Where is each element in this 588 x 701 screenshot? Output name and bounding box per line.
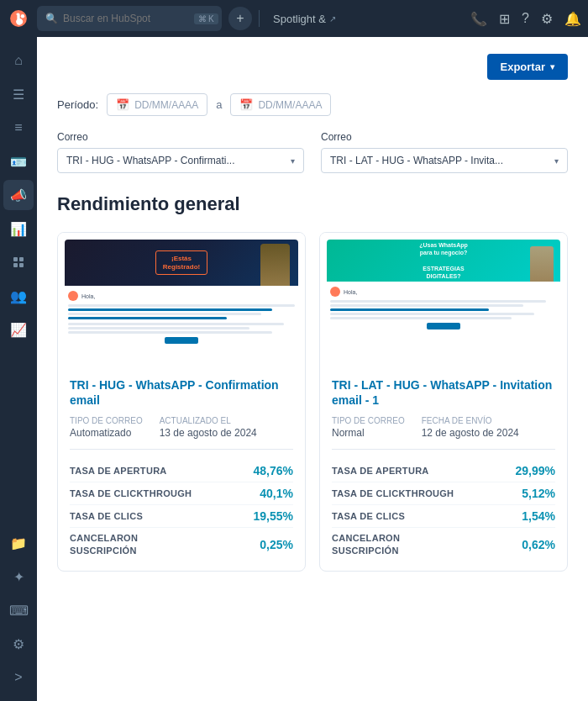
correo-group-1: Correo TRI - HUG - WhatsAPP - Confirmati…	[57, 131, 304, 173]
apps-icon[interactable]: ⊞	[499, 11, 510, 27]
svg-rect-2	[13, 257, 18, 261]
sidebar-item-sparkle[interactable]: ✦	[3, 561, 34, 592]
nav-divider	[259, 10, 260, 27]
sidebar-item-id[interactable]: 🪪	[3, 146, 34, 177]
sidebar-item-list[interactable]: ≡	[3, 113, 34, 143]
sidebar-item-users[interactable]: 👥	[3, 281, 34, 311]
preview-header-2: ¿Usas WhatsApppara tu negocio?ESTRATEGIA…	[327, 240, 560, 282]
periodo-label: Período:	[57, 98, 98, 111]
card-meta-1: Tipo de correo Automatizado Actualizado …	[70, 416, 293, 439]
select-chevron-2: ▾	[554, 156, 559, 166]
chevron-down-icon: ▾	[550, 62, 554, 71]
card-body-2: TRI - LAT - HUG - WhatsAPP - Invitation …	[320, 367, 567, 571]
card-title-1[interactable]: TRI - HUG - WhatsAPP - Confirmation emai…	[70, 377, 293, 408]
preview-question-2: ¿Usas WhatsApppara tu negocio?ESTRATEGIA…	[419, 241, 468, 279]
preview-body-2: Hola,	[327, 282, 560, 335]
stats-row-1-1: TASA DE CLICKTHROUGH 40,1%	[70, 482, 293, 505]
stats-row-2-2: TASA DE CLICS 1,54%	[332, 505, 555, 528]
email-card-1: ¡EstásRegistrado! Hola,	[57, 232, 306, 572]
stats-row-1-3: CANCELARON SUSCRIPCIÓN 0,25%	[70, 528, 293, 561]
correo-group-2: Correo TRI - LAT - HUG - WhatsAPP - Invi…	[321, 131, 568, 173]
phone-icon[interactable]: 📞	[470, 11, 487, 27]
main-layout: ⌂ ☰ ≡ 🪪 📣 📊 👥 📈 📁 ✦ ⌨ ⚙ > Exportar ▾	[0, 37, 588, 701]
card-meta-2: Tipo de correo Normal Fecha de envío 12 …	[332, 416, 555, 439]
correo-label-2: Correo	[321, 131, 568, 143]
correo-select-1[interactable]: TRI - HUG - WhatsAPP - Confirmati... ▾	[57, 148, 304, 173]
svg-rect-4	[13, 263, 18, 267]
nav-icons: 📞 ⊞ ? ⚙ 🔔	[470, 11, 581, 27]
meta-item-2-0: Tipo de correo Normal	[332, 416, 405, 439]
content-area: Exportar ▾ Período: 📅 DD/MM/AAAA a 📅 DD/…	[37, 37, 588, 701]
meta-item-2-1: Fecha de envío 12 de agosto de 2024	[422, 416, 519, 439]
export-button[interactable]: Exportar ▾	[487, 54, 568, 80]
section-title: Rendimiento general	[57, 193, 568, 215]
top-nav: 🔍 ⌘ K + Spotlight & ↗ 📞 ⊞ ? ⚙ 🔔	[0, 0, 588, 37]
search-input[interactable]	[63, 13, 189, 24]
correo-selects-row: Correo TRI - HUG - WhatsAPP - Confirmati…	[57, 131, 568, 173]
cards-grid: ¡EstásRegistrado! Hola,	[57, 232, 568, 572]
correo-label-1: Correo	[57, 131, 304, 143]
meta-item-1-0: Tipo de correo Automatizado	[70, 416, 143, 439]
preview-person-1	[260, 244, 290, 286]
sidebar-item-home[interactable]: ⌂	[3, 45, 34, 76]
sidebar-item-analytics[interactable]: 📈	[3, 314, 34, 345]
hubspot-logo[interactable]	[7, 7, 30, 30]
meta-item-1-1: Actualizado el 13 de agosto de 2024	[160, 416, 257, 439]
sidebar-item-contacts[interactable]: ☰	[3, 79, 34, 109]
external-link-icon: ↗	[329, 14, 336, 24]
svg-rect-3	[19, 257, 24, 261]
preview-body-1: Hola,	[65, 286, 298, 349]
svg-point-1	[21, 14, 24, 18]
card-preview-1: ¡EstásRegistrado! Hola,	[58, 233, 305, 367]
sidebar-item-marketing[interactable]: 📣	[3, 180, 34, 210]
stats-row-2-3: CANCELARON SUSCRIPCIÓN 0,62%	[332, 528, 555, 561]
sidebar-item-terminal[interactable]: >	[3, 662, 34, 693]
card-title-2[interactable]: TRI - LAT - HUG - WhatsAPP - Invitation …	[332, 377, 555, 408]
sidebar-item-layers[interactable]	[3, 247, 34, 277]
svg-rect-5	[19, 263, 24, 267]
calendar-to-icon: 📅	[239, 98, 253, 111]
sidebar-item-folder[interactable]: 📁	[3, 528, 34, 558]
stats-row-2-1: TASA DE CLICKTHROUGH 5,12%	[332, 482, 555, 505]
correo-select-2[interactable]: TRI - LAT - HUG - WhatsAPP - Invita... ▾	[321, 148, 568, 173]
preview-person-2	[530, 246, 554, 282]
spotlight-button[interactable]: Spotlight & ↗	[266, 13, 343, 25]
keyboard-shortcut: ⌘ K	[194, 13, 218, 24]
date-separator: a	[216, 98, 222, 111]
card-body-1: TRI - HUG - WhatsAPP - Confirmation emai…	[58, 367, 305, 571]
preview-header-1: ¡EstásRegistrado!	[65, 240, 298, 286]
export-bar: Exportar ▾	[57, 54, 568, 80]
search-bar[interactable]: 🔍 ⌘ K	[37, 6, 222, 31]
select-chevron-1: ▾	[291, 156, 295, 166]
date-to-input[interactable]: 📅 DD/MM/AAAA	[230, 93, 331, 116]
stats-row-2-0: TASA DE APERTURA 29,99%	[332, 460, 555, 482]
date-from-input[interactable]: 📅 DD/MM/AAAA	[107, 93, 207, 116]
card-divider-1	[70, 449, 293, 450]
help-icon[interactable]: ?	[522, 11, 529, 26]
card-preview-2: ¿Usas WhatsApppara tu negocio?ESTRATEGIA…	[320, 233, 567, 367]
card-divider-2	[332, 449, 555, 450]
sidebar-item-settings2[interactable]: ⚙	[3, 629, 34, 659]
sidebar-item-code[interactable]: ⌨	[3, 595, 34, 625]
search-icon: 🔍	[45, 13, 58, 24]
settings-icon[interactable]: ⚙	[541, 11, 553, 27]
sidebar-item-reports[interactable]: 📊	[3, 213, 34, 244]
add-button[interactable]: +	[228, 7, 252, 30]
calendar-from-icon: 📅	[116, 98, 129, 111]
email-card-2: ¿Usas WhatsApppara tu negocio?ESTRATEGIA…	[319, 232, 568, 572]
stats-row-1-0: TASA DE APERTURA 48,76%	[70, 460, 293, 482]
sidebar: ⌂ ☰ ≡ 🪪 📣 📊 👥 📈 📁 ✦ ⌨ ⚙ >	[0, 37, 37, 701]
preview-badge-1: ¡EstásRegistrado!	[155, 250, 207, 275]
notifications-icon[interactable]: 🔔	[564, 11, 581, 27]
stats-row-1-2: TASA DE CLICS 19,55%	[70, 505, 293, 528]
periodo-filter-row: Período: 📅 DD/MM/AAAA a 📅 DD/MM/AAAA	[57, 93, 568, 116]
